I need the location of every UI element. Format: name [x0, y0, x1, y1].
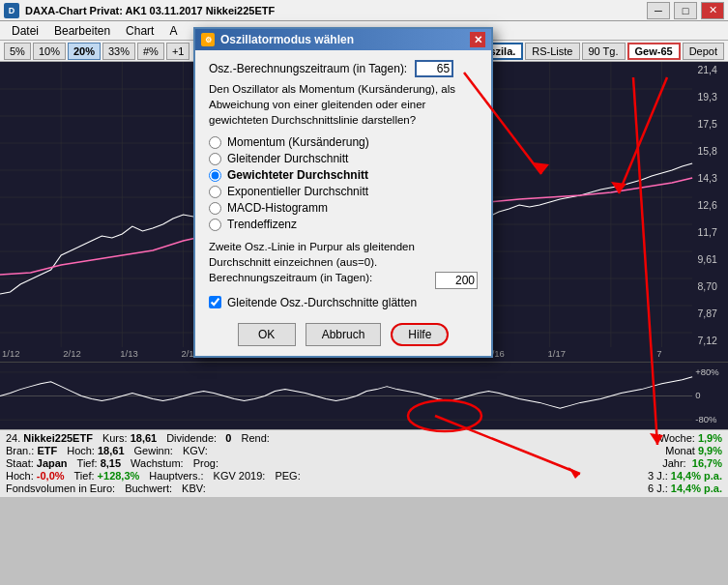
second-line-label: Zweite Osz.-Linie in Purpur als gleitend… [209, 239, 427, 285]
cancel-button[interactable]: Abbruch [306, 323, 382, 346]
svg-marker-58 [650, 433, 663, 445]
radio-momentum-label: Momentum (Kursänderung) [227, 135, 369, 149]
svg-line-57 [633, 77, 657, 445]
smooth-checkbox[interactable] [209, 296, 221, 308]
modal-overlay: ⚙ Oszillatormodus wählen ✕ Osz.-Berechnu… [0, 0, 728, 585]
radio-macd-label: MACD-Histogramm [227, 201, 328, 215]
radio-macd-input[interactable] [209, 202, 221, 215]
radio-trend-input[interactable] [209, 219, 221, 231]
radio-trend: Trendeffizenz [209, 218, 478, 231]
osz-time-input[interactable] [415, 60, 453, 77]
dialog-icon: ⚙ [201, 33, 215, 46]
dialog-desc: Den Oszillator als Momentum (Kursänderun… [209, 81, 478, 128]
svg-line-53 [619, 77, 667, 193]
checkbox-row: Gleitende Osz.-Durchschnitte glätten [209, 296, 478, 309]
radio-exponentiell-input[interactable] [209, 186, 221, 198]
radio-gewichtet: Gewichteter Durchschnitt [209, 168, 478, 182]
radio-trend-label: Trendeffizenz [227, 218, 297, 231]
radio-gewichtet-input[interactable] [209, 169, 221, 182]
radio-exponentiell: Exponentieller Durchschnitt [209, 185, 478, 198]
osz-time-label: Osz.-Berechnungszeitraum (in Tagen): [209, 62, 407, 75]
oscillator-dialog: ⚙ Oszillatormodus wählen ✕ Osz.-Berechnu… [193, 27, 493, 358]
radio-gleitend: Gleitender Durchschnitt [209, 152, 478, 165]
radio-group: Momentum (Kursänderung) Gleitender Durch… [209, 135, 478, 231]
svg-marker-52 [534, 162, 549, 174]
svg-line-55 [435, 416, 580, 474]
radio-gleitend-input[interactable] [209, 153, 221, 165]
dialog-body: Osz.-Berechnungszeitraum (in Tagen): Den… [195, 50, 491, 356]
osz-time-row: Osz.-Berechnungszeitraum (in Tagen): [209, 60, 478, 77]
dialog-title: Oszillatormodus wählen [220, 33, 354, 46]
second-line-input[interactable] [435, 272, 478, 289]
radio-gewichtet-label: Gewichteter Durchschnitt [227, 168, 368, 182]
dialog-titlebar-left: ⚙ Oszillatormodus wählen [201, 33, 354, 46]
svg-point-59 [408, 400, 481, 431]
dialog-close-button[interactable]: ✕ [470, 32, 485, 47]
second-line-row: Zweite Osz.-Linie in Purpur als gleitend… [209, 239, 478, 289]
dialog-titlebar: ⚙ Oszillatormodus wählen ✕ [195, 29, 491, 50]
help-button[interactable]: Hilfe [391, 323, 449, 346]
svg-marker-54 [611, 182, 626, 193]
radio-momentum: Momentum (Kursänderung) [209, 135, 478, 149]
radio-momentum-input[interactable] [209, 136, 221, 149]
radio-gleitend-label: Gleitender Durchschnitt [227, 152, 348, 165]
ok-button[interactable]: OK [238, 323, 296, 346]
radio-macd: MACD-Histogramm [209, 201, 478, 215]
svg-marker-56 [568, 467, 580, 479]
smooth-checkbox-label: Gleitende Osz.-Durchschnitte glätten [227, 296, 417, 309]
dialog-button-row: OK Abbruch Hilfe [209, 319, 478, 346]
radio-exponentiell-label: Exponentieller Durchschnitt [227, 185, 368, 198]
